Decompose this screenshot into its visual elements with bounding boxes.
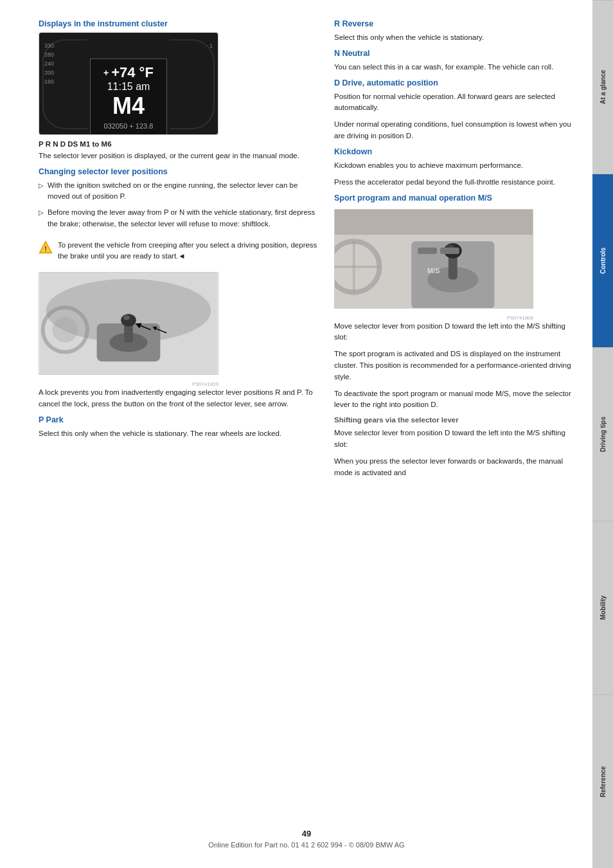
park-para: Select this only when the vehicle is sta… [39,428,321,440]
warning-block: ! To prevent the vehicle from creeping a… [39,236,321,266]
bullet-arrow-1: ▷ [39,181,44,190]
tab-label-reference: Reference [600,766,607,797]
svg-rect-27 [440,248,459,254]
sidebar-tab-reference[interactable]: Reference [592,694,613,868]
img-caption-1: P90741809 [39,381,218,387]
section-sport: Sport program and manual operation M/S [334,194,580,411]
reverse-para: Select this only when the vehicle is sta… [334,32,580,44]
sport-svg: M/S [335,209,533,309]
speedo-arc-right [170,39,215,129]
section-neutral: N Neutral You can select this in a car w… [334,49,580,73]
lock-para: A lock prevents you from inadvertently e… [39,387,321,410]
section-lock: A lock prevents you from inadvertently e… [39,387,321,439]
bullet-list: ▷ With the ignition switched on or the e… [39,180,321,230]
shifting-heading: Shifting gears via the selector lever [334,416,580,424]
copyright-text: Online Edition for Part no. 01 41 2 602 … [208,841,404,849]
section-changing: Changing selector lever positions ▷ With… [39,167,321,388]
kickdown-para2: Press the accelerator pedal beyond the f… [334,177,580,188]
warning-icon: ! [39,240,53,255]
shifting-para1: Move selector lever from position D towa… [334,428,580,451]
gear-positions-label: P R N D DS M1 to M6 [39,140,321,148]
cluster-temp-value: +74 °F [111,64,154,81]
sport-heading: Sport program and manual operation M/S [334,194,580,203]
section-displays: Displays in the instrument cluster 330 2… [39,19,321,162]
warning-text: To prevent the vehicle from creeping aft… [58,240,321,262]
section-drive: D Drive, automatic position Position for… [334,78,580,142]
cluster-image: 330 280 240 200 160 1 + [39,32,218,135]
tab-label-driving-tips: Driving tips [600,417,607,452]
kickdown-heading: Kickdown [334,147,580,156]
tab-label-at-a-glance: At a glance [600,70,607,104]
bullet-text-1: With the ignition switched on or the eng… [48,180,321,203]
neutral-para: You can select this in a car wash, for e… [334,62,580,73]
speed-scale-right: 1 [209,42,213,62]
sidebar-tab-mobility[interactable]: Mobility [592,521,613,694]
section-displays-heading: Displays in the instrument cluster [39,19,321,28]
sidebar-right: At a glance Controls Driving tips Mobili… [592,0,613,868]
cluster-time: 11:15 am [103,81,154,93]
sport-image: M/S [334,209,533,309]
shifting-para2: When you press the selector lever forwar… [334,456,580,479]
section-reverse: R Reverse Select this only when the vehi… [334,19,580,44]
bullet-item-2: ▷ Before moving the lever away from P or… [39,207,321,230]
cluster-temp: + +74 °F [103,64,154,81]
drive-para2: Under normal operating conditions, fuel … [334,119,580,142]
sidebar-tab-controls[interactable]: Controls [592,174,613,347]
selector-lever-image-1 [39,272,218,375]
tab-label-controls: Controls [600,248,607,274]
svg-point-10 [53,317,78,343]
svg-rect-26 [418,248,437,254]
section-park-heading: P Park [39,415,321,424]
sport-img-caption: P90741809 [334,315,533,321]
cluster-gear: M4 [103,93,154,120]
right-column: R Reverse Select this only when the vehi… [334,19,580,855]
svg-rect-25 [335,209,533,235]
bullet-text-2: Before moving the lever away from P or N… [48,207,321,230]
page-number: 49 [208,829,404,838]
section-changing-heading: Changing selector lever positions [39,167,321,176]
svg-text:M/S: M/S [427,266,440,274]
section-shifting: Shifting gears via the selector lever Mo… [334,416,580,478]
drive-para1: Position for normal vehicle operation. A… [334,91,580,114]
sidebar-tab-driving-tips[interactable]: Driving tips [592,347,613,521]
svg-point-8 [123,315,130,320]
svg-text:!: ! [44,244,47,252]
car-interior-svg-1 [39,273,218,374]
left-column: Displays in the instrument cluster 330 2… [39,19,321,855]
sport-para2: The sport program is activated and DS is… [334,348,580,383]
cluster-odometer: 032050 + 123.8 [103,122,154,130]
sport-para1: Move selector lever from position D towa… [334,321,580,344]
bullet-arrow-2: ▷ [39,208,44,217]
reverse-heading: R Reverse [334,19,580,28]
sidebar-tab-at-a-glance[interactable]: At a glance [592,0,613,174]
bullet-item-1: ▷ With the ignition switched on or the e… [39,180,321,203]
section-kickdown: Kickdown Kickdown enables you to achieve… [334,147,580,188]
neutral-heading: N Neutral [334,49,580,58]
section-displays-para: The selector lever position is displayed… [39,150,321,162]
sport-para3: To deactivate the sport program or manua… [334,388,580,411]
speed-scale-left: 330 280 240 200 160 [44,42,54,85]
tab-label-mobility: Mobility [600,596,607,620]
cluster-display-box: + +74 °F 11:15 am M4 032050 + 123.8 [90,59,167,136]
page-footer: 49 Online Edition for Part no. 01 41 2 6… [208,829,404,849]
kickdown-para1: Kickdown enables you to achieve maximum … [334,160,580,172]
drive-heading: D Drive, automatic position [334,78,580,87]
